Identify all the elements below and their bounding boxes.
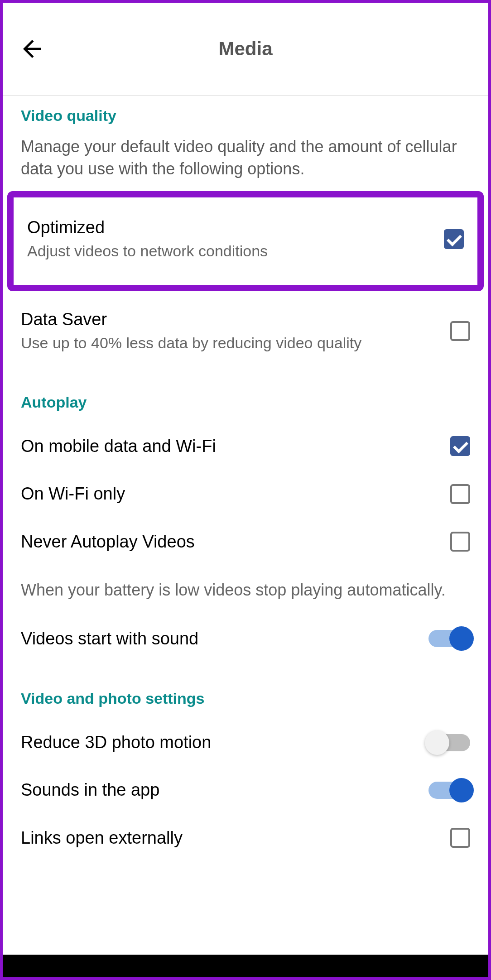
row-text: Data Saver Use up to 40% less data by re… <box>21 308 450 353</box>
row-wifi-only[interactable]: On Wi-Fi only <box>21 470 470 518</box>
content: Video quality Manage your default video … <box>3 107 488 862</box>
autoplay-note: When your battery is low videos stop pla… <box>21 579 470 601</box>
row-never-autoplay[interactable]: Never Autoplay Videos <box>21 518 470 566</box>
row-text: Reduce 3D photo motion <box>21 731 428 754</box>
row-sounds-app[interactable]: Sounds in the app <box>21 766 470 814</box>
row-text: Videos start with sound <box>21 628 428 650</box>
page-title: Media <box>218 38 272 60</box>
sounds-app-toggle[interactable] <box>428 782 470 799</box>
back-button[interactable] <box>16 33 48 65</box>
row-text: Never Autoplay Videos <box>21 531 450 553</box>
reduce-3d-toggle[interactable] <box>428 734 470 751</box>
wifi-only-checkbox[interactable] <box>450 484 470 504</box>
section-video-quality-header: Video quality <box>21 107 470 125</box>
footer-nav-bar <box>3 955 488 977</box>
data-saver-title: Data Saver <box>21 308 441 331</box>
row-text: Links open externally <box>21 827 450 849</box>
row-reduce-3d[interactable]: Reduce 3D photo motion <box>21 719 470 766</box>
data-saver-checkbox[interactable] <box>450 321 470 341</box>
highlighted-optimized: Optimized Adjust videos to network condi… <box>7 191 484 291</box>
optimized-title: Optimized <box>27 216 435 239</box>
row-text: On Wi-Fi only <box>21 483 450 505</box>
toggle-knob <box>449 778 474 802</box>
never-autoplay-checkbox[interactable] <box>450 532 470 552</box>
optimized-subtitle: Adjust videos to network conditions <box>27 241 435 262</box>
row-text: On mobile data and Wi-Fi <box>21 435 450 457</box>
links-external-checkbox[interactable] <box>450 828 470 848</box>
section-autoplay-header: Autoplay <box>21 394 470 411</box>
videos-sound-title: Videos start with sound <box>21 628 419 650</box>
links-external-title: Links open externally <box>21 827 441 849</box>
row-optimized[interactable]: Optimized Adjust videos to network condi… <box>27 208 464 269</box>
row-text: Optimized Adjust videos to network condi… <box>27 216 444 261</box>
mobile-wifi-checkbox[interactable] <box>450 436 470 456</box>
row-data-saver[interactable]: Data Saver Use up to 40% less data by re… <box>21 296 470 366</box>
sounds-app-title: Sounds in the app <box>21 779 419 801</box>
section-video-quality-description: Manage your default video quality and th… <box>21 136 470 180</box>
arrow-left-icon <box>19 35 46 62</box>
row-links-external[interactable]: Links open externally <box>21 814 470 862</box>
wifi-only-title: On Wi-Fi only <box>21 483 441 505</box>
row-videos-sound[interactable]: Videos start with sound <box>21 615 470 663</box>
section-video-photo-header: Video and photo settings <box>21 690 470 707</box>
data-saver-subtitle: Use up to 40% less data by reducing vide… <box>21 333 441 354</box>
toggle-knob <box>449 626 474 651</box>
row-text: Sounds in the app <box>21 779 428 801</box>
mobile-wifi-title: On mobile data and Wi-Fi <box>21 435 441 457</box>
optimized-checkbox[interactable] <box>444 229 464 249</box>
reduce-3d-title: Reduce 3D photo motion <box>21 731 419 754</box>
toggle-knob <box>425 730 449 755</box>
never-autoplay-title: Never Autoplay Videos <box>21 531 441 553</box>
videos-sound-toggle[interactable] <box>428 630 470 647</box>
header-bar: Media <box>3 3 488 96</box>
row-mobile-wifi[interactable]: On mobile data and Wi-Fi <box>21 423 470 470</box>
